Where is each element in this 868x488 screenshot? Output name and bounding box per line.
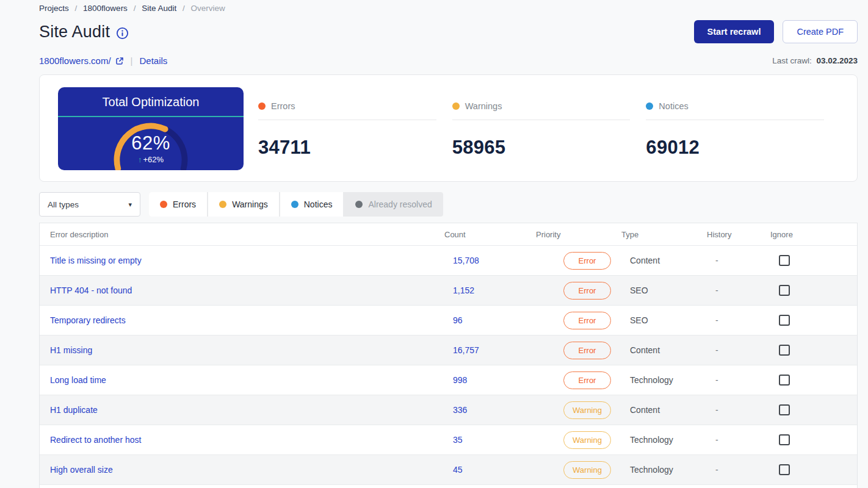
table-row: HTTP 404 - not found 1,152 Error SEO - (40, 275, 857, 305)
ignore-checkbox[interactable] (779, 345, 790, 356)
ignore-checkbox[interactable] (779, 285, 790, 296)
filter-chip-label: Warnings (232, 199, 268, 209)
stat-head: Errors (258, 87, 436, 120)
count-link[interactable]: 16,757 (453, 345, 479, 355)
status-dot-icon (160, 201, 167, 208)
type-cell: Content (630, 256, 715, 265)
details-link[interactable]: Details (139, 56, 167, 66)
type-filter-dropdown[interactable]: All types ▾ (39, 192, 140, 217)
table-row: Title is missing or empty 15,708 Error C… (40, 245, 857, 275)
column-header-ignore[interactable]: Ignore (770, 230, 847, 239)
filter-chip[interactable]: Warnings (208, 192, 279, 217)
stat-block: Notices 69012 (646, 87, 824, 169)
type-cell: SEO (630, 285, 715, 295)
column-header-description[interactable]: Error description (50, 230, 444, 239)
error-description-link[interactable]: Temporary redirects (50, 315, 126, 325)
priority-badge: Warning (563, 431, 611, 449)
count-link[interactable]: 45 (453, 465, 463, 475)
chevron-down-icon: ▾ (128, 201, 132, 209)
breadcrumb-site-audit[interactable]: Site Audit (142, 4, 176, 13)
history-cell: - (715, 405, 770, 415)
stat-value: 69012 (646, 137, 824, 159)
error-description-link[interactable]: Title is missing or empty (50, 256, 142, 265)
column-header-type[interactable]: Type (621, 230, 707, 239)
table-row: High overall size 45 Warning Technology … (40, 454, 857, 484)
gauge: 62% ↑+62% (58, 117, 244, 170)
priority-badge: Error (563, 252, 611, 270)
stat-label: Errors (271, 101, 295, 111)
count-link[interactable]: 1,152 (453, 285, 474, 295)
count-link[interactable]: 96 (453, 315, 463, 325)
error-description-link[interactable]: High overall size (50, 465, 113, 475)
column-header-count[interactable]: Count (444, 230, 536, 239)
gauge-value: 62% (58, 132, 244, 154)
error-description-link[interactable]: HTTP 404 - not found (50, 285, 132, 295)
ignore-checkbox[interactable] (779, 255, 790, 266)
filter-chip-label: Already resolved (368, 199, 432, 209)
history-cell: - (715, 285, 770, 295)
error-description-link[interactable]: H1 duplicate (50, 405, 98, 415)
filter-chip[interactable]: Notices (280, 192, 344, 217)
count-link[interactable]: 336 (453, 405, 467, 415)
type-cell: Technology (630, 375, 715, 385)
table-row: Long load time 998 Error Technology - (40, 365, 857, 395)
start-recrawl-button[interactable]: Start recrawl (694, 20, 775, 43)
total-optimization-card: Total Optimization 62% ↑+62% (58, 87, 244, 170)
history-cell: - (715, 345, 770, 355)
type-cell: Content (630, 345, 715, 355)
site-audit-page: Projects / 1800flowers / Site Audit / Ov… (39, 0, 858, 488)
column-header-history[interactable]: History (707, 230, 762, 239)
last-crawl-date: 03.02.2023 (816, 56, 858, 65)
site-info-row: 1800flowers.com/ | Details Last crawl: 0… (39, 56, 858, 66)
filter-chip[interactable]: Errors (149, 192, 207, 217)
table-body: Title is missing or empty 15,708 Error C… (40, 245, 857, 484)
breadcrumb-current: Overview (191, 4, 225, 13)
ignore-checkbox[interactable] (779, 464, 790, 475)
stat-value: 34711 (258, 137, 436, 159)
ignore-checkbox[interactable] (779, 434, 790, 445)
table-row: Temporary redirects 96 Error SEO - (40, 305, 857, 335)
type-cell: Content (630, 405, 715, 415)
status-dot-icon (646, 102, 653, 110)
history-cell: - (715, 256, 770, 265)
external-link-icon (115, 57, 124, 65)
stat-label: Notices (659, 101, 688, 111)
create-pdf-button[interactable]: Create PDF (783, 20, 858, 43)
ignore-checkbox[interactable] (779, 404, 790, 415)
up-arrow-icon: ↑ (138, 155, 142, 164)
filter-chip-label: Errors (173, 199, 196, 209)
gauge-delta: ↑+62% (58, 155, 244, 164)
type-cell: SEO (630, 315, 715, 325)
breadcrumb-project-name[interactable]: 1800flowers (83, 4, 128, 13)
gauge-delta-value: +62% (143, 155, 164, 164)
count-link[interactable]: 35 (453, 435, 463, 445)
table-header: Error description Count Priority Type Hi… (40, 223, 857, 245)
info-icon[interactable] (116, 27, 129, 40)
status-dot-icon (258, 102, 266, 110)
breadcrumb-projects[interactable]: Projects (39, 4, 69, 13)
count-link[interactable]: 15,708 (453, 256, 479, 265)
summary-stats: Errors 34711 Warnings 58965 Notices 6901… (258, 87, 840, 169)
priority-badge: Error (563, 312, 611, 329)
ignore-checkbox[interactable] (779, 375, 790, 386)
breadcrumb-separator: / (134, 4, 136, 13)
breadcrumb: Projects / 1800flowers / Site Audit / Ov… (39, 0, 858, 13)
filter-chip[interactable]: Already resolved (344, 192, 443, 217)
error-description-link[interactable]: Redirect to another host (50, 435, 141, 445)
stat-head: Notices (646, 87, 824, 120)
history-cell: - (715, 435, 770, 445)
title-row: Site Audit Start recrawl Create PDF (39, 20, 858, 43)
ignore-checkbox[interactable] (779, 315, 790, 326)
stat-block: Warnings 58965 (452, 87, 631, 169)
gauge-title: Total Optimization (58, 87, 244, 117)
breadcrumb-separator: / (75, 4, 78, 13)
history-cell: - (715, 465, 770, 475)
summary-card: Total Optimization 62% ↑+62% Errors 3471… (39, 74, 858, 182)
error-description-link[interactable]: Long load time (50, 375, 106, 385)
status-dot-icon (291, 201, 298, 208)
priority-badge: Error (563, 342, 611, 359)
count-link[interactable]: 998 (453, 375, 467, 385)
site-url-link[interactable]: 1800flowers.com/ (39, 56, 124, 66)
error-description-link[interactable]: H1 missing (50, 345, 92, 355)
column-header-priority[interactable]: Priority (536, 230, 621, 239)
